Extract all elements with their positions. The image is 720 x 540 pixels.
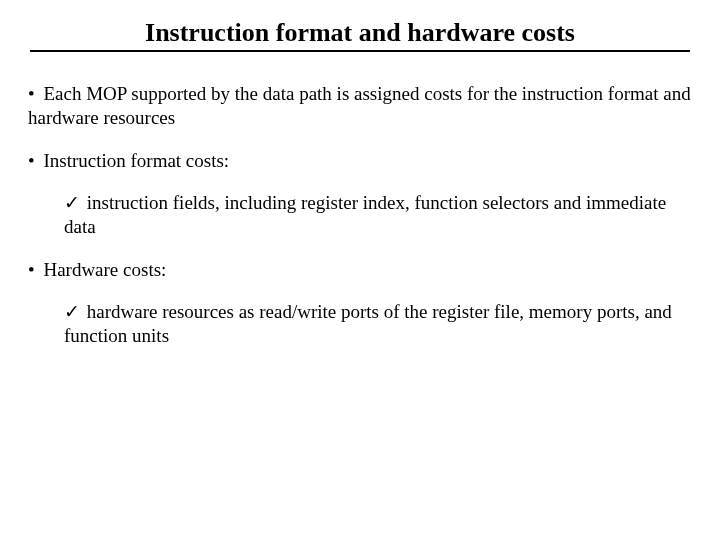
bullet-item-2: • Instruction format costs: <box>28 149 694 173</box>
slide-title: Instruction format and hardware costs <box>24 18 696 50</box>
bullet-icon: • <box>28 83 35 104</box>
bullet-text: Instruction format costs: <box>43 150 229 171</box>
slide-body: • Each MOP supported by the data path is… <box>24 52 696 349</box>
bullet-item-1: • Each MOP supported by the data path is… <box>28 82 694 131</box>
bullet-icon: • <box>28 259 35 280</box>
bullet-text: Hardware costs: <box>43 259 166 280</box>
check-icon: ✓ <box>64 192 80 213</box>
subbullet-item-3-1: ✓ hardware resources as read/write ports… <box>64 300 694 349</box>
bullet-text: Each MOP supported by the data path is a… <box>28 83 691 128</box>
bullet-icon: • <box>28 150 35 171</box>
subbullet-text: hardware resources as read/write ports o… <box>64 301 672 346</box>
subbullet-item-2-1: ✓ instruction fields, including register… <box>64 191 694 240</box>
check-icon: ✓ <box>64 301 80 322</box>
subbullet-text: instruction fields, including register i… <box>64 192 666 237</box>
bullet-item-3: • Hardware costs: <box>28 258 694 282</box>
